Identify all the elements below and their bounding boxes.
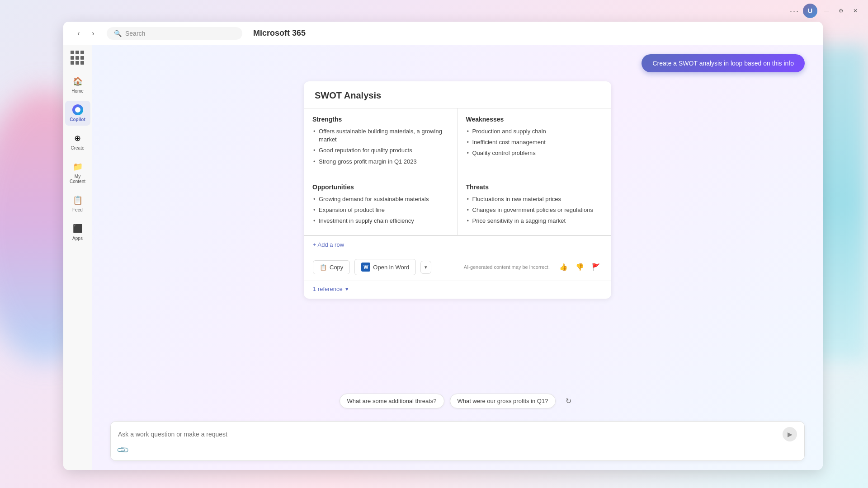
settings-button[interactable]: ⚙: [835, 5, 846, 16]
action-buttons: 📋 Copy W Open in Word ▾: [313, 259, 431, 275]
thumbs-up-button[interactable]: 👍: [557, 261, 570, 273]
sidebar-item-create[interactable]: ⊕ Create: [65, 129, 90, 154]
app-title: Microsoft 365: [253, 28, 306, 38]
threats-title: Threats: [466, 183, 603, 191]
forward-button[interactable]: ›: [87, 27, 99, 40]
feedback-area: AI-generated content may be incorrect. 👍…: [464, 261, 602, 273]
list-item: Changes in government policies or regula…: [466, 206, 603, 214]
chat-input-box: ▶ 📎: [110, 421, 805, 461]
chat-input-bottom: 📎: [118, 445, 797, 455]
list-item: Production and supply chain: [466, 127, 603, 136]
strengths-cell: Strengths Offers sustainable building ma…: [304, 108, 458, 176]
back-button[interactable]: ‹: [72, 27, 85, 40]
ai-notice: AI-generated content may be incorrect.: [464, 264, 550, 270]
close-button[interactable]: ✕: [850, 5, 861, 16]
opportunities-list: Growing demand for sustainable materials…: [312, 195, 449, 225]
chat-input-top: ▶: [118, 427, 797, 441]
app-window: ‹ › 🔍 Search Microsoft 365: [63, 22, 823, 470]
sidebar-item-my-content[interactable]: 📁 My Content: [65, 158, 90, 188]
copy-button[interactable]: 📋 Copy: [313, 260, 350, 274]
swot-card: SWOT Analysis Strengths Offers sustainab…: [304, 81, 611, 299]
strengths-list: Offers sustainable building materials, a…: [312, 127, 449, 166]
copy-icon: 📋: [320, 264, 327, 271]
sidebar-apps-label: Apps: [72, 236, 83, 241]
sidebar-grid-icon[interactable]: [71, 51, 85, 65]
search-text: Search: [125, 30, 145, 37]
search-bar[interactable]: 🔍 Search: [107, 27, 242, 40]
weaknesses-cell: Weaknesses Production and supply chain I…: [458, 108, 611, 176]
create-swot-button[interactable]: Create a SWOT analysis in loop based on …: [642, 54, 805, 72]
sidebar-item-apps[interactable]: ⬛ Apps: [65, 220, 90, 244]
add-row-button[interactable]: + Add a row: [304, 235, 611, 253]
list-item: Fluctuations in raw material prices: [466, 195, 603, 203]
sidebar-item-feed[interactable]: 📋 Feed: [65, 191, 90, 216]
home-icon: 🏠: [72, 76, 83, 87]
reference-label: 1 reference: [313, 286, 343, 292]
action-row: 📋 Copy W Open in Word ▾ AI-generated con…: [304, 253, 611, 281]
copilot-icon: [72, 104, 83, 115]
list-item: Investment in supply chain efficiency: [312, 217, 449, 225]
reference-chevron: ▾: [345, 286, 349, 292]
open-word-button[interactable]: W Open in Word: [354, 259, 416, 275]
threats-list: Fluctuations in raw material prices Chan…: [466, 195, 603, 225]
content-area: Create a SWOT analysis in loop based on …: [92, 45, 823, 470]
feed-icon: 📋: [72, 195, 83, 206]
sidebar-item-copilot[interactable]: Copilot: [65, 101, 90, 126]
minimize-button[interactable]: —: [821, 5, 832, 16]
threats-cell: Threats Fluctuations in raw material pri…: [458, 176, 611, 235]
copy-label: Copy: [330, 264, 343, 271]
list-item: Good reputation for quality products: [312, 146, 449, 155]
sidebar-item-home[interactable]: 🏠 Home: [65, 72, 90, 97]
suggestion-chip-1[interactable]: What were our gross profits in Q1?: [450, 394, 556, 408]
sidebar-create-label: Create: [71, 145, 84, 150]
titlebar: ··· U — ⚙ ✕: [0, 0, 868, 22]
list-item: Strong gross profit margin in Q1 2023: [312, 158, 449, 166]
user-avatar[interactable]: U: [803, 4, 817, 18]
list-item: Quality control problems: [466, 149, 603, 157]
attach-icon[interactable]: 📎: [116, 443, 130, 457]
main-layout: 🏠 Home Copilot ⊕ Create 📁: [63, 45, 823, 470]
list-item: Price sensitivity in a sagging market: [466, 217, 603, 225]
list-item: Expansion of product line: [312, 206, 449, 214]
sidebar-my-content-label: My Content: [68, 174, 88, 184]
swot-title: SWOT Analysis: [304, 81, 611, 108]
list-item: Offers sustainable building materials, a…: [312, 127, 449, 144]
chat-content: SWOT Analysis Strengths Offers sustainab…: [92, 72, 823, 386]
sidebar: 🏠 Home Copilot ⊕ Create 📁: [63, 45, 92, 470]
opportunities-cell: Opportunities Growing demand for sustain…: [304, 176, 458, 235]
suggestion-chip-0[interactable]: What are some additional threats?: [340, 394, 444, 408]
weaknesses-title: Weaknesses: [466, 116, 603, 123]
input-area: ▶ 📎: [92, 416, 823, 470]
titlebar-more[interactable]: ···: [790, 6, 799, 16]
sidebar-copilot-label: Copilot: [70, 117, 85, 122]
suggestions-row: What are some additional threats? What w…: [92, 386, 823, 416]
refresh-suggestions-button[interactable]: ↻: [561, 394, 576, 408]
thumbs-down-button[interactable]: 👎: [573, 261, 586, 273]
my-content-icon: 📁: [72, 161, 83, 172]
flag-button[interactable]: 🚩: [590, 261, 602, 273]
search-icon: 🔍: [114, 30, 122, 37]
sidebar-feed-label: Feed: [72, 207, 83, 212]
reference-button[interactable]: 1 reference ▾: [304, 281, 611, 299]
nav-arrows: ‹ ›: [72, 27, 99, 40]
send-button[interactable]: ▶: [783, 427, 797, 441]
open-word-label: Open in Word: [373, 264, 409, 271]
weaknesses-list: Production and supply chain Inefficient …: [466, 127, 603, 158]
word-icon: W: [361, 263, 370, 272]
word-dropdown-button[interactable]: ▾: [420, 261, 431, 274]
list-item: Growing demand for sustainable materials: [312, 195, 449, 203]
list-item: Inefficient cost management: [466, 138, 603, 146]
apps-icon: ⬛: [72, 223, 83, 234]
strengths-title: Strengths: [312, 116, 449, 123]
chat-input[interactable]: [118, 431, 777, 438]
sidebar-home-label: Home: [71, 89, 84, 94]
top-bar: ‹ › 🔍 Search Microsoft 365: [63, 22, 823, 45]
swot-table: Strengths Offers sustainable building ma…: [304, 108, 611, 235]
titlebar-controls: ··· U — ⚙ ✕: [790, 4, 861, 18]
create-icon: ⊕: [72, 133, 83, 144]
feedback-icons: 👍 👎 🚩: [557, 261, 602, 273]
opportunities-title: Opportunities: [312, 183, 449, 191]
